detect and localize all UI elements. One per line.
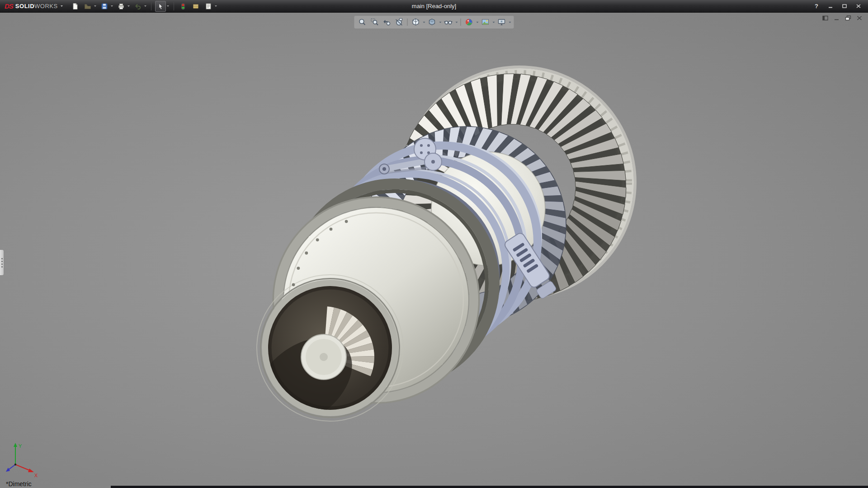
hud-separator <box>407 19 408 26</box>
nozzle <box>261 279 400 418</box>
turbine-blade-ring <box>367 127 566 325</box>
triad-x-label: X <box>34 473 38 478</box>
printer-icon <box>118 3 125 10</box>
chevron-down-icon <box>110 5 113 7</box>
doc-dock-button[interactable] <box>821 14 830 22</box>
rebuild-button[interactable] <box>178 1 189 12</box>
reference-triad: Y X <box>4 439 44 481</box>
hud-separator <box>461 19 461 26</box>
undo-button[interactable] <box>132 1 143 12</box>
chevron-down-icon <box>144 5 147 7</box>
feature-manager-splitter-tab[interactable] <box>0 249 4 276</box>
minimize-icon <box>828 4 833 9</box>
options-button[interactable] <box>203 1 214 12</box>
save-floppy-icon <box>101 3 108 10</box>
fan-blade-ring <box>398 74 626 301</box>
display-style-dropdown[interactable] <box>439 17 442 28</box>
apply-scene-button[interactable] <box>480 17 491 28</box>
magnifier-area-icon <box>370 18 379 27</box>
window-title: main [Read-only] <box>412 3 456 9</box>
chevron-down-icon <box>127 5 130 7</box>
close-icon <box>856 4 861 9</box>
section-cut-icon <box>395 18 404 27</box>
view-settings-dropdown[interactable] <box>508 17 512 28</box>
zoom-to-area-button[interactable] <box>369 17 381 28</box>
viewport-canvas[interactable]: Y X *Dimetric <box>0 13 868 488</box>
previous-view-button[interactable] <box>381 17 393 28</box>
view-orientation-label: *Dimetric <box>6 480 32 488</box>
taskbar-edge <box>111 486 868 488</box>
exhaust-plug <box>239 287 391 444</box>
new-document-button[interactable] <box>70 1 80 12</box>
options-dropdown[interactable] <box>214 1 218 12</box>
magnifier-icon <box>358 18 367 27</box>
open-button[interactable] <box>82 1 93 12</box>
logo-caret-icon[interactable] <box>60 5 63 7</box>
options-sheet-icon <box>205 3 212 10</box>
turbine-dark-annulus <box>382 142 551 310</box>
plug-hub <box>301 334 346 380</box>
center-drum <box>431 152 545 266</box>
doc-minimize-button[interactable] <box>833 14 841 22</box>
minimize-button[interactable] <box>826 2 835 10</box>
view-settings-button[interactable] <box>496 17 508 28</box>
casing-fittings <box>379 138 558 300</box>
edit-appearance-dropdown[interactable] <box>476 17 479 28</box>
hide-show-items-button[interactable] <box>443 17 454 28</box>
select-dropdown[interactable] <box>166 1 170 12</box>
print-dropdown[interactable] <box>127 1 131 12</box>
zoom-to-fit-button[interactable] <box>357 17 368 28</box>
display-style-button[interactable] <box>426 17 438 28</box>
open-folder-icon <box>84 3 91 10</box>
document-window-controls <box>821 14 863 22</box>
scene-photo-icon <box>481 18 490 27</box>
shaded-cube-icon <box>428 18 437 27</box>
chevron-down-icon <box>214 5 217 7</box>
hide-show-items-dropdown[interactable] <box>455 17 458 28</box>
new-document-icon <box>71 3 79 10</box>
doc-restore-button[interactable] <box>844 14 852 22</box>
shell-bolt-holes <box>291 220 348 364</box>
chevron-down-icon <box>439 21 442 23</box>
chevron-down-icon <box>508 21 511 23</box>
color-ball-icon <box>465 18 474 27</box>
rear-shroud-ring <box>404 67 635 298</box>
apply-scene-dropdown[interactable] <box>492 17 495 28</box>
save-button[interactable] <box>99 1 110 12</box>
appearance-box-button[interactable] <box>190 1 201 12</box>
solidworks-brand: SOLIDWORKS <box>15 3 58 9</box>
inlet-lip-ring <box>274 197 479 403</box>
close-button[interactable] <box>854 2 863 10</box>
solidworks-logo: DS SOLIDWORKS <box>0 2 67 10</box>
chevron-down-icon <box>166 5 170 7</box>
open-dropdown[interactable] <box>93 1 97 12</box>
close-icon <box>856 15 863 21</box>
fan-dark-annulus <box>424 99 601 276</box>
section-view-button[interactable] <box>393 17 405 28</box>
minimize-icon <box>834 15 840 21</box>
undo-arrow-icon <box>134 3 142 10</box>
chevron-down-icon <box>455 21 458 23</box>
dock-window-icon <box>822 15 829 21</box>
edit-appearance-button[interactable] <box>463 17 475 28</box>
chevron-down-icon <box>492 21 495 23</box>
casing-rings <box>310 144 540 370</box>
help-button[interactable]: ? <box>812 2 821 10</box>
titlebar: DS SOLIDWORKS <box>0 0 868 13</box>
toolbar-separator <box>151 2 151 10</box>
plug-ridges <box>324 306 374 376</box>
select-tool-button[interactable] <box>155 1 166 12</box>
model-render <box>0 13 868 488</box>
undo-dropdown[interactable] <box>143 1 147 12</box>
view-orientation-button[interactable] <box>410 17 422 28</box>
maximize-button[interactable] <box>840 2 849 10</box>
cube-icon <box>411 18 420 27</box>
cone-shell <box>257 208 468 421</box>
appearance-box-icon <box>192 3 199 10</box>
restore-window-icon <box>845 15 851 21</box>
save-dropdown[interactable] <box>110 1 114 12</box>
print-button[interactable] <box>116 1 127 12</box>
doc-close-button[interactable] <box>855 14 863 22</box>
monitor-icon <box>497 18 506 27</box>
view-orientation-dropdown[interactable] <box>422 17 426 28</box>
